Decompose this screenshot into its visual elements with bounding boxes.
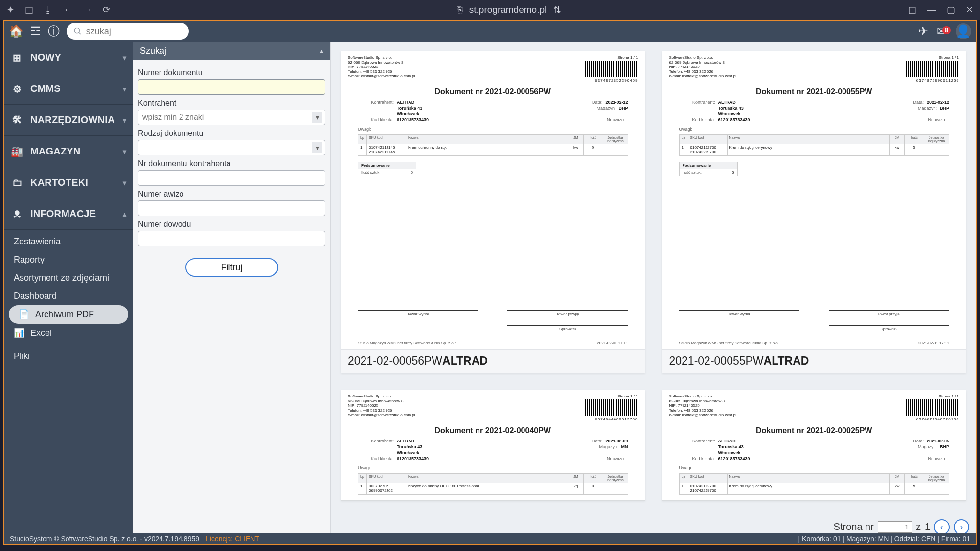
lbl-dowod: Numer dowodu [138, 220, 325, 229]
top-toolbar: 🏠 ☲ ⓘ ✈ ✉ 8 👤 [4, 21, 976, 42]
tools-icon: 🛠 [11, 114, 23, 126]
list-icon[interactable]: ☲ [30, 24, 41, 38]
nav-informacje[interactable]: ᴥINFORMACJE▴ [4, 198, 133, 230]
input-numer-dokumentu[interactable] [138, 79, 325, 95]
search-panel: Szukaj ▴ Numer dokumentu Kontrahent wpis… [133, 42, 331, 533]
send-icon[interactable]: ✈ [918, 24, 928, 38]
lbl-awizo: Numer awizo [138, 190, 325, 198]
barcode-icon [906, 61, 959, 77]
panel-icon[interactable]: ◫ [908, 4, 916, 15]
svg-point-0 [74, 28, 79, 33]
info-icon[interactable]: ⓘ [48, 23, 60, 39]
barcode-icon [585, 399, 638, 416]
close-icon[interactable]: ✕ [966, 4, 973, 15]
warehouse-icon: 🏭 [11, 146, 23, 157]
lbl-kontrahent: Kontrahent [138, 99, 325, 108]
sub-dashboard[interactable]: Dashboard [4, 287, 133, 305]
barcode-icon [906, 399, 959, 416]
chevron-up-icon: ▴ [123, 210, 126, 218]
reload-icon[interactable]: ⟳ [103, 4, 110, 15]
user-icon[interactable]: 👤 [956, 23, 971, 39]
documents-area: SoftwareStudio Sp. z o.o. 62-069 Dąbrowa… [331, 42, 976, 520]
lbl-nr-kontrahenta: Nr dokumentu kontrahenta [138, 159, 325, 168]
lbl-numer-dokumentu: Numer dokumentu [138, 68, 325, 77]
mail-button[interactable]: ✉ 8 [937, 24, 947, 38]
mail-badge: 8 [942, 26, 951, 34]
page-input[interactable] [878, 521, 912, 533]
select-rodzaj[interactable] [138, 140, 325, 155]
browser-chrome: ✦ ◫ ⭳ ← → ⟳ ⎘ st.programdemo.pl ⇅ ◫ — ▢ … [0, 0, 980, 20]
search-icon [73, 26, 82, 36]
search-input[interactable] [86, 26, 182, 37]
search-header: Szukaj ▴ [133, 42, 330, 60]
document-preview: SoftwareStudio Sp. z o.o. 62-069 Dąbrowa… [662, 51, 966, 350]
maximize-icon[interactable]: ▢ [947, 4, 955, 15]
back-icon[interactable]: ← [64, 5, 72, 15]
minimize-icon[interactable]: — [927, 5, 936, 15]
nav-nowy[interactable]: ⊞NOWY▾ [4, 42, 133, 73]
chevron-down-icon: ▾ [123, 179, 126, 187]
status-bar: StudioSystem © SoftwareStudio Sp. z o.o.… [4, 533, 976, 544]
chevron-down-icon: ▾ [123, 85, 126, 93]
document-preview: SoftwareStudio Sp. z o.o. 62-069 Dąbrowa… [662, 390, 966, 500]
nav-cmms[interactable]: ⚙CMMS▾ [4, 73, 133, 105]
chevron-down-icon: ▾ [123, 148, 126, 155]
document-card[interactable]: SoftwareStudio Sp. z o.o. 62-069 Dąbrowa… [662, 390, 967, 501]
sub-pliki[interactable]: Pliki [4, 347, 133, 365]
submenu-informacje: Zestawienia Raporty Asortyment ze zdjęci… [4, 230, 133, 368]
excel-icon: 📊 [14, 328, 24, 338]
nav-magazyn[interactable]: 🏭MAGAZYN▾ [4, 136, 133, 167]
lbl-rodzaj: Rodzaj dokumentu [138, 129, 325, 138]
document-preview: SoftwareStudio Sp. z o.o. 62-069 Dąbrowa… [341, 51, 645, 350]
document-caption: 2021-02-00055PWALTRAD [662, 350, 966, 373]
input-dowod[interactable] [138, 231, 325, 246]
chevron-down-icon: ▾ [123, 116, 126, 124]
download-icon[interactable]: ⭳ [44, 5, 53, 15]
forward-icon[interactable]: → [83, 5, 92, 15]
filter-button[interactable]: Filtruj [185, 258, 278, 277]
select-kontrahent[interactable]: wpisz min 2 znaki [138, 110, 325, 125]
prev-page-button[interactable]: ‹ [934, 519, 950, 535]
nav-kartoteki[interactable]: 🗀KARTOTEKI▾ [4, 167, 133, 198]
document-card[interactable]: SoftwareStudio Sp. z o.o. 62-069 Dąbrowa… [341, 390, 645, 501]
svg-line-1 [79, 32, 81, 34]
global-search[interactable] [67, 23, 189, 40]
sub-raporty[interactable]: Raporty [4, 251, 133, 269]
nav-narzedziownia[interactable]: 🛠NARZĘDZIOWNIA▾ [4, 105, 133, 136]
star-icon[interactable]: ✦ [7, 4, 14, 15]
pager: Strona nr z 1 ‹ › [331, 520, 976, 533]
link-icon: ⎘ [457, 4, 462, 15]
app-window: 🏠 ☲ ⓘ ✈ ✉ 8 👤 ⊞NOWY▾ ⚙CMMS▾ 🛠NARZĘDZIOWN… [3, 20, 977, 545]
plus-icon: ⊞ [11, 52, 23, 64]
settings-icon[interactable]: ⇅ [553, 4, 561, 16]
input-awizo[interactable] [138, 200, 325, 216]
chart-icon: ᴥ [11, 208, 23, 220]
sub-zestawienia[interactable]: Zestawienia [4, 233, 133, 251]
document-preview: SoftwareStudio Sp. z o.o. 62-069 Dąbrowa… [341, 390, 645, 500]
gear-icon: ⚙ [11, 83, 23, 95]
document-card[interactable]: SoftwareStudio Sp. z o.o. 62-069 Dąbrowa… [341, 51, 645, 373]
url-text[interactable]: st.programdemo.pl [469, 4, 547, 15]
barcode-icon [585, 61, 638, 77]
chevron-down-icon: ▾ [123, 54, 126, 62]
sidebar-toggle-icon[interactable]: ◫ [25, 4, 33, 15]
pdf-icon: 📄 [19, 309, 29, 320]
sidebar: ⊞NOWY▾ ⚙CMMS▾ 🛠NARZĘDZIOWNIA▾ 🏭MAGAZYN▾ … [4, 42, 133, 533]
document-caption: 2021-02-00056PWALTRAD [341, 350, 645, 373]
sub-excel[interactable]: 📊Excel [4, 324, 133, 342]
next-page-button[interactable]: › [954, 519, 969, 535]
home-icon[interactable]: 🏠 [9, 24, 23, 38]
sub-asortyment[interactable]: Asortyment ze zdjęciami [4, 269, 133, 287]
input-nr-kontrahenta[interactable] [138, 170, 325, 186]
folder-icon: 🗀 [11, 177, 23, 188]
document-card[interactable]: SoftwareStudio Sp. z o.o. 62-069 Dąbrowa… [662, 51, 967, 373]
sub-archiwum-pdf[interactable]: 📄Archiwum PDF [9, 305, 128, 324]
collapse-icon[interactable]: ▴ [320, 47, 323, 55]
